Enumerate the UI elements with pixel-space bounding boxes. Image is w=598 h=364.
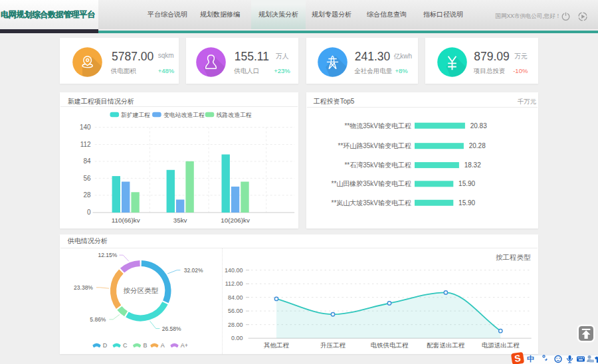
- svg-text:中: 中: [527, 355, 534, 363]
- svg-text:112: 112: [80, 140, 91, 147]
- svg-text:140: 140: [80, 124, 91, 131]
- svg-text:**环山路35kV输变电工程: **环山路35kV输变电工程: [338, 142, 411, 149]
- svg-text:**石湾35kV输变电工程: **石湾35kV输变电工程: [344, 161, 411, 169]
- svg-text:18.32: 18.32: [464, 161, 480, 169]
- svg-text:23.38%: 23.38%: [74, 284, 93, 291]
- svg-text:**山田橡胶35kV输变电工程: **山田橡胶35kV输变电工程: [331, 180, 411, 187]
- svg-text:20.83: 20.83: [470, 122, 486, 129]
- svg-text:32.02%: 32.02%: [184, 267, 203, 274]
- svg-text:配套送出工程: 配套送出工程: [427, 341, 465, 349]
- svg-text:28.00: 28.00: [228, 321, 243, 328]
- svg-text:按分区类型: 按分区类型: [124, 287, 159, 294]
- svg-text:15.90: 15.90: [458, 199, 475, 206]
- svg-text:140.00: 140.00: [225, 267, 243, 274]
- svg-text:10(206)kv: 10(206)kv: [221, 216, 250, 223]
- svg-text:按工程类型: 按工程类型: [496, 253, 531, 260]
- svg-text:56.00: 56.00: [228, 308, 243, 314]
- svg-text:**物流35kV输变电工程: **物流35kV输变电工程: [344, 122, 411, 129]
- svg-text:84: 84: [84, 157, 92, 165]
- svg-text:电铁供电工程: 电铁供电工程: [371, 341, 409, 349]
- svg-text:**岚山大坡35kV输变电工程: **岚山大坡35kV输变电工程: [331, 199, 411, 206]
- svg-text:A: A: [161, 342, 165, 349]
- svg-text:电源送出工程: 电源送出工程: [482, 341, 520, 349]
- svg-text:56: 56: [84, 174, 92, 181]
- svg-text:0.00: 0.00: [231, 335, 243, 341]
- svg-text:28: 28: [84, 191, 92, 199]
- svg-text:5.86%: 5.86%: [90, 316, 107, 323]
- svg-text:20.28: 20.28: [468, 142, 485, 149]
- svg-text:A+: A+: [181, 342, 188, 349]
- svg-text:D: D: [103, 342, 108, 349]
- svg-text:变电站改造工程: 变电站改造工程: [163, 111, 205, 118]
- svg-text:其他工程: 其他工程: [264, 341, 289, 349]
- svg-text:C: C: [123, 342, 128, 349]
- svg-text:110(66)kv: 110(66)kv: [112, 216, 140, 223]
- svg-text:升压工程: 升压工程: [320, 341, 346, 349]
- svg-text:0: 0: [87, 209, 91, 216]
- svg-text:26.58%: 26.58%: [162, 325, 181, 331]
- svg-text:线路改造工程: 线路改造工程: [217, 111, 252, 118]
- svg-text:12.15%: 12.15%: [98, 252, 118, 258]
- svg-text:35kv: 35kv: [173, 216, 187, 223]
- svg-text:15.90: 15.90: [458, 180, 475, 187]
- svg-text:B: B: [144, 342, 148, 349]
- svg-text:新扩建工程: 新扩建工程: [121, 111, 150, 118]
- svg-text:84.00: 84.00: [228, 294, 243, 301]
- svg-text:112.00: 112.00: [225, 280, 243, 287]
